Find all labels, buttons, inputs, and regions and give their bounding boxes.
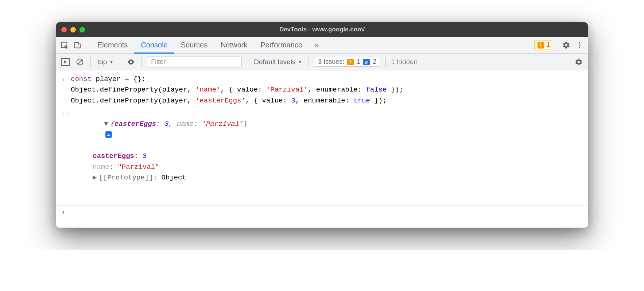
divider [309,57,309,67]
svg-point-3 [579,42,580,43]
issues-label: 3 Issues: [318,58,344,66]
divider [90,57,91,67]
panel-tab-sources[interactable]: Sources [174,37,214,53]
more-options-button[interactable] [574,40,585,51]
show-console-sidebar-button[interactable] [60,57,71,67]
prototype-row[interactable]: ▶[[Prototype]]: Object [82,172,583,183]
issues-badge[interactable]: ! 1 [534,40,553,50]
live-expression-button[interactable] [125,57,136,67]
titlebar: DevTools - www.google.com/ [56,22,588,37]
svg-line-7 [78,60,82,64]
console-prompt-row[interactable]: › [56,206,588,218]
panel-tab-network[interactable]: Network [214,37,254,53]
console-toolbar: top ▼ Default levels ▼ 3 Issues: ! 1 2 1… [56,54,588,70]
divider [87,40,87,50]
console-input-code: const player = {};Object.defineProperty(… [71,74,583,106]
close-window-button[interactable] [61,27,67,32]
settings-button[interactable] [561,40,572,51]
panel-tab-console[interactable]: Console [134,37,174,53]
expand-toggle-icon[interactable]: ▼ [104,119,108,129]
window-title: DevTools - www.google.com/ [56,26,588,33]
svg-rect-9 [365,61,368,62]
svg-point-5 [579,47,580,48]
divider [557,40,557,50]
warning-icon: ! [347,59,354,65]
divider [385,57,386,67]
console-prompt-input[interactable] [71,206,583,218]
object-property-row: easterEggs: 3 [82,151,583,162]
inspect-element-icon[interactable] [59,40,70,51]
svg-rect-10 [365,62,368,63]
panel-tab-performance[interactable]: Performance [254,37,309,53]
object-preview[interactable]: {easterEggs: 3, name: 'Parzival'} [110,120,248,128]
chevron-down-icon: ▼ [109,59,113,65]
prompt-icon: › [61,206,71,218]
context-selector[interactable]: top ▼ [96,58,115,66]
devtools-window: DevTools - www.google.com/ ElementsConso… [56,22,588,228]
divider [120,57,120,67]
svg-point-8 [130,61,132,63]
context-selector-label: top [97,58,107,66]
info-icon [363,59,370,65]
issues-info-count: 2 [373,58,376,66]
object-property-row: name: "Parzival" [82,162,583,172]
divider [141,57,142,67]
output-indicator-icon: ‹· [61,108,71,205]
issues-warn-count: 1 [357,58,360,66]
filter-input[interactable] [147,57,242,67]
device-toolbar-icon[interactable] [72,40,83,51]
console-settings-button[interactable] [573,57,584,67]
warning-icon: ! [538,42,544,48]
more-tabs-button[interactable]: » [311,37,322,53]
traffic-lights [61,27,85,32]
divider [247,57,247,67]
chevron-down-icon: ▼ [298,59,302,65]
log-levels-selector[interactable]: Default levels ▼ [252,58,303,66]
input-prompt-icon: › [61,74,71,106]
console-result-row: ‹· ▼{easterEggs: 3, name: 'Parzival'} i … [56,107,588,206]
svg-point-4 [579,44,580,46]
tabs-container: ElementsConsoleSourcesNetworkPerformance [91,37,309,53]
panel-tabs-row: ElementsConsoleSourcesNetworkPerformance… [56,37,588,54]
object-properties: easterEggs: 3name: "Parzival"▶[[Prototyp… [71,151,583,183]
maximize-window-button[interactable] [79,27,85,32]
minimize-window-button[interactable] [70,27,76,32]
svg-rect-11 [365,63,367,64]
issues-counter[interactable]: 3 Issues: ! 1 2 [314,57,380,67]
issues-badge-count: 1 [546,41,550,49]
hidden-messages-label[interactable]: 1 hidden [391,58,418,66]
clear-console-button[interactable] [74,57,85,67]
svg-rect-2 [78,44,81,48]
log-levels-label: Default levels [254,58,295,66]
console-output: › const player = {};Object.definePropert… [56,70,588,228]
console-input-row: › const player = {};Object.definePropert… [56,73,588,107]
panel-tab-elements[interactable]: Elements [91,37,134,53]
console-result-content: ▼{easterEggs: 3, name: 'Parzival'} i eas… [71,108,583,205]
info-badge-icon[interactable]: i [105,131,112,138]
sidebar-toggle-icon [61,58,70,66]
